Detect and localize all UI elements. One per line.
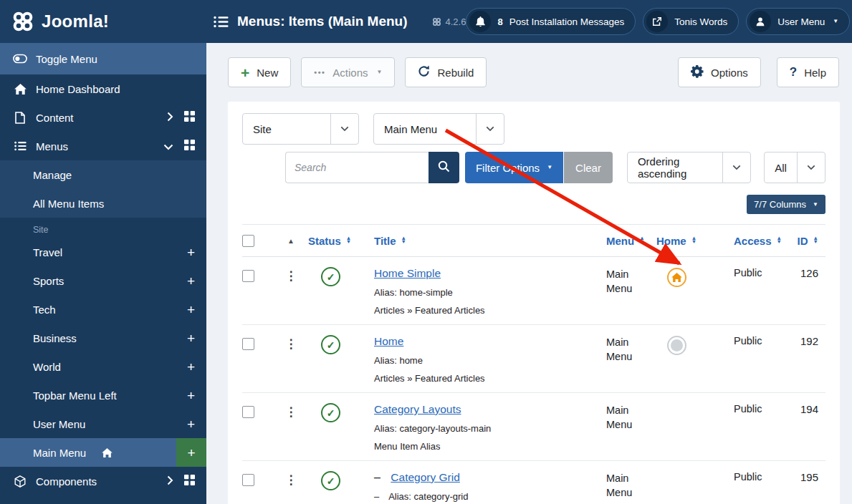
limit-select[interactable]: All	[764, 152, 825, 183]
filter-row-primary: Site Main Menu	[242, 113, 825, 145]
search-input[interactable]	[285, 152, 429, 183]
sidebar-item-manage[interactable]: Manage	[0, 160, 206, 189]
status-published-icon[interactable]: ✓	[321, 267, 340, 286]
item-menu: Main Menu	[582, 267, 643, 296]
page-title-group: Menus: Items (Main Menu)	[214, 14, 408, 29]
sidebar-item-sports[interactable]: Sports +	[0, 266, 206, 295]
item-title-link[interactable]: Home	[374, 335, 403, 347]
item-id: 126	[778, 267, 825, 279]
dashboard-grid-icon[interactable]	[184, 111, 195, 124]
item-title-link[interactable]: Category Layouts	[374, 403, 461, 415]
home-unset-icon[interactable]	[667, 336, 686, 355]
item-menu: Main Menu	[582, 471, 643, 500]
clear-button[interactable]: Clear	[564, 152, 613, 183]
help-button-label: Help	[804, 67, 826, 79]
ordering-select[interactable]: Ordering ascending	[627, 152, 751, 183]
sidebar-item-label: Manage	[33, 169, 72, 181]
status-published-icon[interactable]: ✓	[321, 471, 340, 490]
sidebar-item-travel[interactable]: Travel +	[0, 238, 206, 266]
status-column-header[interactable]: Status ▲▼	[308, 235, 373, 247]
sidebar-item-all-menu-items[interactable]: All Menu Items	[0, 189, 206, 218]
new-button[interactable]: + New	[228, 57, 291, 87]
chevron-down-icon: ▼	[833, 19, 838, 24]
header-actions: 8 Post Installation Messages Tonis Words…	[466, 8, 852, 35]
drag-handle-icon[interactable]: ⋮	[285, 473, 297, 488]
add-menu-item-icon[interactable]: +	[187, 331, 195, 345]
title-column-header[interactable]: Title ▲▼	[373, 235, 582, 247]
status-published-icon[interactable]: ✓	[321, 335, 340, 354]
item-menu: Main Menu	[582, 335, 643, 364]
user-menu-label: User Menu	[777, 16, 825, 27]
ordering-column-header[interactable]: ▲	[274, 237, 308, 245]
add-menu-item-icon[interactable]: +	[187, 246, 195, 259]
item-access: Public	[709, 403, 778, 415]
add-menu-item-icon[interactable]: +	[187, 274, 195, 288]
select-all-checkbox[interactable]	[242, 235, 254, 247]
item-id: 192	[778, 335, 825, 347]
status-published-icon[interactable]: ✓	[321, 403, 340, 422]
home-featured-icon[interactable]	[667, 268, 686, 287]
dashboard-grid-icon[interactable]	[184, 475, 195, 488]
drag-handle-icon[interactable]: ⋮	[285, 405, 297, 420]
joomla-version: 4.2.6	[432, 16, 466, 27]
main-content: + New ••• Actions ▼ Rebuild Options	[206, 43, 852, 504]
row-checkbox[interactable]	[242, 270, 254, 282]
site-preview-button[interactable]: Tonis Words	[643, 8, 739, 35]
item-alias: Alias: home-simple	[374, 287, 575, 298]
menu-column-header[interactable]: Menu ▲▼	[582, 235, 643, 247]
nesting-dash: –	[374, 471, 380, 483]
version-number: 4.2.6	[446, 16, 466, 27]
item-alias: Alias: home	[374, 355, 575, 366]
id-column-header[interactable]: ID ▲▼	[778, 235, 825, 247]
menu-select[interactable]: Main Menu	[373, 113, 504, 145]
add-menu-item-icon[interactable]: +	[187, 360, 195, 374]
logo-text: Joomla!	[42, 11, 109, 32]
sidebar-item-topbar-menu-left[interactable]: Topbar Menu Left +	[0, 381, 206, 410]
drag-handle-icon[interactable]: ⋮	[285, 269, 297, 284]
options-button[interactable]: Options	[678, 57, 761, 87]
user-menu-button[interactable]: User Menu ▼	[746, 8, 850, 35]
add-menu-item-icon[interactable]: +	[187, 389, 195, 402]
client-select[interactable]: Site	[242, 113, 359, 145]
search-button[interactable]	[429, 152, 459, 183]
filter-options-button[interactable]: Filter Options ▼	[465, 152, 563, 183]
actions-button[interactable]: ••• Actions ▼	[301, 57, 395, 87]
sidebar-item-tech[interactable]: Tech +	[0, 295, 206, 324]
dashboard-grid-icon[interactable]	[184, 140, 195, 152]
sidebar-item-label: Travel	[33, 246, 62, 258]
sidebar-item-world[interactable]: World +	[0, 352, 206, 381]
sidebar-item-components[interactable]: Components	[0, 467, 206, 495]
home-column-header[interactable]: Home ▲▼	[643, 235, 709, 247]
sidebar-item-home-dashboard[interactable]: Home Dashboard	[0, 74, 206, 103]
item-title-link[interactable]: Category Grid	[391, 471, 459, 483]
table-header: ▲ Status ▲▼ Title ▲▼ Menu ▲▼ Home ▲▼	[242, 224, 825, 257]
top-bar: Joomla! Menus: Items (Main Menu) 4.2.6 8…	[0, 0, 852, 43]
sidebar-item-main-menu[interactable]: Main Menu +	[0, 438, 206, 467]
row-checkbox[interactable]	[242, 338, 254, 350]
rebuild-button[interactable]: Rebuild	[405, 57, 487, 87]
home-icon	[13, 84, 27, 94]
sidebar-item-menus[interactable]: Menus	[0, 132, 206, 160]
post-installation-messages-button[interactable]: 8 Post Installation Messages	[466, 8, 636, 35]
add-menu-item-icon[interactable]: +	[187, 303, 195, 316]
help-button[interactable]: ? Help	[777, 57, 839, 87]
access-column-header[interactable]: Access ▲▼	[709, 235, 778, 247]
ellipsis-icon: •••	[314, 68, 325, 77]
item-menu: Main Menu	[582, 403, 643, 432]
sidebar-item-content[interactable]: Content	[0, 103, 206, 132]
row-checkbox[interactable]	[242, 474, 254, 486]
plus-icon: +	[187, 446, 195, 460]
joomla-logo-icon	[11, 10, 34, 33]
columns-button[interactable]: 7/7 Columns ▼	[747, 195, 825, 214]
toggle-menu-button[interactable]: Toggle Menu	[0, 43, 206, 74]
table-row: ⋮ ✓ Home Alias: home Articles » Featured…	[242, 325, 825, 393]
add-menu-item-button[interactable]: +	[176, 438, 206, 467]
sidebar-section-site: Site	[0, 218, 206, 238]
drag-handle-icon[interactable]: ⋮	[285, 337, 297, 352]
row-checkbox[interactable]	[242, 406, 254, 418]
add-menu-item-icon[interactable]: +	[187, 417, 195, 431]
sidebar-item-user-menu[interactable]: User Menu +	[0, 410, 206, 438]
item-title-link[interactable]: Home Simple	[374, 267, 441, 279]
sidebar-item-business[interactable]: Business +	[0, 324, 206, 352]
item-access: Public	[709, 471, 778, 483]
